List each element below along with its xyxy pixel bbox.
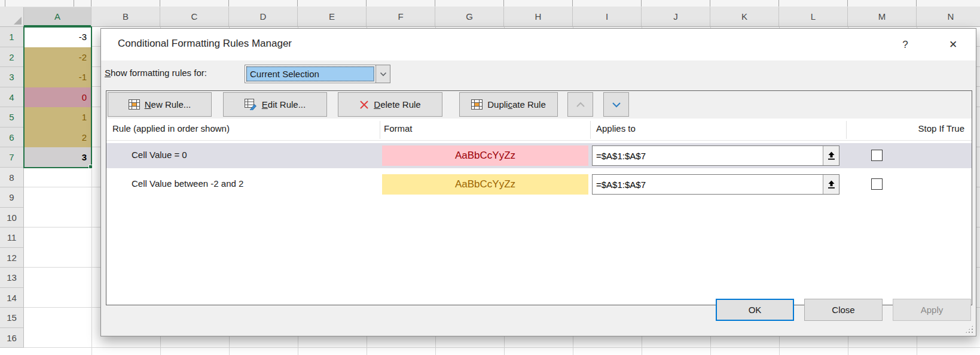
row-header-11[interactable]: 11 (0, 227, 24, 248)
delete-x-icon (359, 100, 369, 110)
rules-scope-selected-value: Current Selection (246, 66, 374, 81)
column-header-C[interactable]: C (160, 7, 229, 27)
help-button[interactable]: ? (896, 36, 914, 54)
cell-A5[interactable]: 1 (24, 107, 91, 128)
delete-rule-button[interactable]: Delete Rule (338, 92, 442, 117)
column-separator (380, 121, 380, 139)
range-picker-icon (828, 151, 835, 160)
new-rule-table-icon (129, 99, 140, 110)
move-rule-up-button[interactable] (567, 92, 593, 117)
column-separator (590, 121, 591, 139)
ok-button[interactable]: OK (716, 299, 794, 321)
row-header-12[interactable]: 12 (0, 248, 24, 268)
edit-rule-label: Edit Rule... (262, 99, 306, 110)
format-preview: AaBbCcYyZz (382, 145, 588, 166)
row-header-15[interactable]: 15 (0, 308, 24, 328)
column-header-A[interactable]: A (24, 7, 91, 27)
range-picker-icon (828, 180, 835, 189)
row-header-10[interactable]: 10 (0, 208, 24, 228)
new-rule-label: New Rule... (145, 99, 191, 110)
edit-rule-button[interactable]: Edit Rule... (223, 92, 327, 117)
column-header-D[interactable]: D (229, 7, 298, 27)
move-rule-down-button[interactable] (603, 92, 629, 117)
column-header-I[interactable]: I (573, 7, 642, 27)
stop-if-true-checkbox[interactable] (871, 150, 883, 161)
dialog-titlebar[interactable]: Conditional Formatting Rules Manager ? ✕ (101, 29, 976, 60)
column-header-J[interactable]: J (642, 7, 710, 27)
row-header-2[interactable]: 2 (0, 47, 24, 68)
close-button[interactable]: Close (804, 299, 883, 321)
formula-bar-edge (0, 0, 980, 7)
apply-button[interactable]: Apply (893, 299, 971, 321)
duplicate-rule-button[interactable]: Duplicate Rule (459, 92, 558, 117)
stop-if-true-checkbox[interactable] (871, 178, 883, 190)
dialog-title: Conditional Formatting Rules Manager (118, 38, 292, 50)
chevron-down-icon (380, 72, 387, 77)
cell-A6[interactable]: 2 (24, 128, 91, 148)
resize-grip[interactable] (965, 325, 973, 333)
row-header-13[interactable]: 13 (0, 268, 24, 288)
row-header-16[interactable]: 16 (0, 328, 24, 348)
cell-A4[interactable]: 0 (24, 87, 91, 108)
close-icon[interactable]: ✕ (944, 36, 962, 54)
dropdown-arrow-button[interactable] (375, 65, 390, 83)
rule-row-selected[interactable]: Cell Value = 0 AaBbCcYyZz (106, 143, 972, 168)
column-separator (846, 121, 847, 139)
column-header-B[interactable]: B (91, 7, 160, 27)
column-header-M[interactable]: M (848, 7, 917, 27)
applies-to-input[interactable] (593, 175, 823, 194)
row-header-8[interactable]: 8 (0, 168, 24, 188)
rule-description: Cell Value between -2 and 2 (132, 178, 243, 189)
column-header-H[interactable]: H (504, 7, 573, 27)
column-header-N[interactable]: N (917, 7, 980, 27)
row-header-6[interactable]: 6 (0, 128, 24, 148)
cell-A7[interactable]: 3 (24, 147, 91, 168)
column-header-L[interactable]: L (779, 7, 848, 27)
delete-rule-label: Delete Rule (374, 99, 420, 110)
fill-handle[interactable] (88, 165, 93, 169)
rule-column-header: Rule (applied in order shown) (112, 123, 230, 133)
applies-to-field (592, 174, 839, 195)
applies-to-field (592, 145, 839, 166)
row-header-4[interactable]: 4 (0, 87, 24, 108)
collapse-dialog-button[interactable] (823, 146, 839, 165)
rules-list-header: Rule (applied in order shown) Format App… (106, 119, 972, 141)
cell-A2[interactable]: -2 (24, 47, 91, 68)
column-header-F[interactable]: F (367, 7, 435, 27)
collapse-dialog-button[interactable] (823, 175, 839, 194)
row-header-5[interactable]: 5 (0, 107, 24, 128)
row-header-1[interactable]: 1 (0, 27, 24, 47)
show-formatting-rules-label: Show formatting rules for: (105, 68, 207, 78)
column-header-G[interactable]: G (435, 7, 504, 27)
format-column-header: Format (384, 123, 413, 133)
rule-row[interactable]: Cell Value between -2 and 2 AaBbCcYyZz (106, 172, 972, 197)
cell-A1[interactable]: -3 (24, 27, 91, 47)
duplicate-rule-table-icon (471, 99, 483, 110)
select-all-corner[interactable] (0, 7, 24, 27)
show-rules-label-rest: how formatting rules for: (111, 68, 207, 78)
rule-description: Cell Value = 0 (132, 150, 187, 160)
column-header-K[interactable]: K (710, 7, 779, 27)
chevron-up-icon (576, 102, 585, 108)
cell-A3[interactable]: -1 (24, 67, 91, 87)
format-preview: AaBbCcYyZz (382, 174, 588, 195)
chevron-down-icon (612, 102, 621, 108)
duplicate-rule-label: Duplicate Rule (487, 99, 546, 110)
conditional-formatting-rules-manager-dialog: Conditional Formatting Rules Manager ? ✕… (100, 28, 976, 336)
stop-if-true-column-header: Stop If True (918, 123, 964, 133)
show-rules-accesskey: S (105, 68, 111, 78)
rules-scope-dropdown[interactable]: Current Selection (245, 65, 390, 83)
row-header-3[interactable]: 3 (0, 67, 24, 87)
row-header-9[interactable]: 9 (0, 187, 24, 208)
excel-window: ABCDEFGHIJKLMN 12345678910111213141516 -… (0, 0, 980, 355)
row-header-14[interactable]: 14 (0, 288, 24, 308)
rules-list-box: New Rule... Edit Rule... Delete Rule (106, 90, 972, 305)
applies-to-input[interactable] (593, 146, 823, 165)
new-rule-button[interactable]: New Rule... (108, 92, 212, 117)
edit-rule-pencil-icon (245, 99, 257, 110)
rules-toolbar: New Rule... Edit Rule... Delete Rule (106, 91, 972, 119)
applies-to-column-header: Applies to (596, 123, 636, 133)
column-header-E[interactable]: E (298, 7, 367, 27)
row-header-7[interactable]: 7 (0, 147, 24, 168)
